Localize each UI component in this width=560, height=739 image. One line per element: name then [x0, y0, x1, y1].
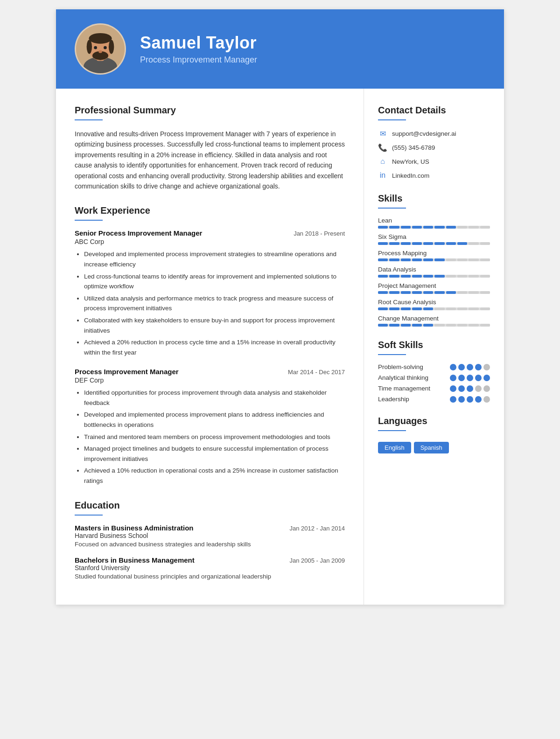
skill-dot — [475, 396, 482, 403]
job-title: Process Improvement Manager — [75, 368, 179, 376]
skill-segment — [412, 242, 422, 245]
skill-dots — [450, 396, 490, 403]
soft-skill-name: Time management — [378, 385, 450, 392]
header-info: Samuel Taylor Process Improvement Manage… — [140, 33, 257, 65]
skill-bar — [378, 291, 490, 294]
skill-segment — [457, 242, 467, 245]
soft-skills-title: Soft Skills — [378, 340, 490, 350]
job-title: Senior Process Improvement Manager — [75, 229, 202, 237]
skill-segment — [446, 242, 456, 245]
skill-segment — [480, 242, 490, 245]
skill-segment — [412, 324, 422, 327]
education-title: Education — [75, 500, 345, 511]
skill-segment — [423, 307, 433, 310]
skill-segment — [378, 258, 388, 261]
languages-title: Languages — [378, 416, 490, 426]
svg-point-8 — [94, 46, 97, 49]
resume-container: Samuel Taylor Process Improvement Manage… — [56, 9, 504, 605]
contact-divider — [378, 119, 406, 120]
skill-segment — [446, 291, 456, 294]
skill-item: Change Management — [378, 315, 490, 327]
jobs-container: Senior Process Improvement Manager Jan 2… — [75, 229, 345, 486]
skill-segment — [401, 291, 411, 294]
job-header: Process Improvement Manager Mar 2014 - D… — [75, 368, 345, 376]
edu-degree: Bachelors in Business Management — [75, 556, 195, 564]
education-divider — [75, 515, 103, 516]
edu-desc: Studied foundational business principles… — [75, 573, 345, 580]
skill-name: Six Sigma — [378, 233, 490, 240]
skill-dot — [467, 364, 473, 370]
list-item: Trained and mentored team members on pro… — [84, 432, 345, 442]
skill-segment — [423, 226, 433, 229]
location-icon: ⌂ — [378, 157, 387, 166]
skill-dot — [475, 364, 482, 370]
contact-value: LinkedIn.com — [392, 172, 429, 179]
job-item: Senior Process Improvement Manager Jan 2… — [75, 229, 345, 357]
contact-value: NewYork, US — [392, 158, 429, 165]
list-item: Utilized data analysis and performance m… — [84, 293, 345, 314]
skill-dot — [458, 396, 465, 403]
skill-segment — [389, 258, 399, 261]
skill-item: Lean — [378, 217, 490, 229]
skill-name: Lean — [378, 217, 490, 224]
skill-segment — [434, 275, 444, 278]
skill-item: Project Management — [378, 282, 490, 294]
skill-segment — [423, 324, 433, 327]
skill-dot — [458, 375, 465, 381]
skill-segment — [378, 324, 388, 327]
skill-segment — [378, 242, 388, 245]
skill-segment — [412, 258, 422, 261]
contact-item: 📞 (555) 345-6789 — [378, 143, 490, 152]
job-dates: Jan 2018 - Present — [294, 230, 345, 237]
email-icon: ✉ — [378, 129, 387, 138]
skill-item: Process Mapping — [378, 250, 490, 261]
skill-segment — [389, 242, 399, 245]
skill-dot — [467, 396, 473, 403]
skill-segment — [423, 242, 433, 245]
svg-point-4 — [89, 33, 112, 44]
skill-dot — [450, 375, 456, 381]
job-header: Senior Process Improvement Manager Jan 2… — [75, 229, 345, 237]
skill-segment — [389, 324, 399, 327]
skill-segment — [457, 291, 467, 294]
soft-skills-container: Problem-solving Analytical thinking Time… — [378, 363, 490, 403]
skill-segment — [389, 275, 399, 278]
list-item: Collaborated with key stakeholders to en… — [84, 315, 345, 335]
skill-segment — [412, 275, 422, 278]
edu-container: Masters in Business Administration Jan 2… — [75, 524, 345, 580]
skill-segment — [434, 324, 444, 327]
skill-segment — [457, 226, 467, 229]
skill-dot — [450, 385, 456, 392]
skill-segment — [446, 307, 456, 310]
skill-segment — [457, 258, 467, 261]
work-experience-title: Work Experience — [75, 205, 345, 216]
skill-dots — [450, 385, 490, 392]
skill-dot — [475, 385, 482, 392]
soft-skill-item: Leadership — [378, 396, 490, 403]
list-item: Managed project timelines and budgets to… — [84, 444, 345, 464]
skill-segment — [457, 307, 467, 310]
contact-title: Contact Details — [378, 105, 490, 116]
job-bullets: Identified opportunities for process imp… — [75, 388, 345, 486]
skill-segment — [401, 324, 411, 327]
edu-header: Bachelors in Business Management Jan 200… — [75, 556, 345, 564]
soft-skill-item: Analytical thinking — [378, 374, 490, 381]
skill-segment — [401, 258, 411, 261]
soft-skill-item: Time management — [378, 385, 490, 392]
resume-header: Samuel Taylor Process Improvement Manage… — [56, 9, 504, 89]
edu-item: Bachelors in Business Management Jan 200… — [75, 556, 345, 580]
list-item: Identified opportunities for process imp… — [84, 388, 345, 408]
skill-segment — [480, 258, 490, 261]
candidate-title: Process Improvement Manager — [140, 55, 257, 65]
left-column: Professional Summary Innovative and resu… — [56, 89, 364, 605]
skill-name: Change Management — [378, 315, 490, 322]
skill-segment — [457, 324, 467, 327]
edu-degree: Masters in Business Administration — [75, 524, 194, 532]
job-item: Process Improvement Manager Mar 2014 - D… — [75, 368, 345, 486]
skill-segment — [412, 291, 422, 294]
phone-icon: 📞 — [378, 143, 387, 152]
svg-point-6 — [109, 40, 114, 54]
skill-bar — [378, 324, 490, 327]
skill-segment — [457, 275, 467, 278]
skill-segment — [434, 307, 444, 310]
